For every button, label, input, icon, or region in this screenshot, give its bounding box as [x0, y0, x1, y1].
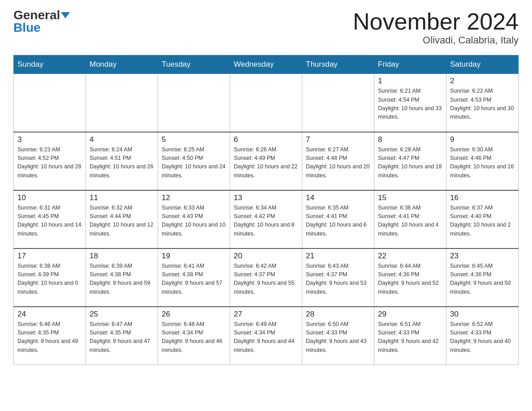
day-info: Sunrise: 6:44 AMSunset: 4:36 PMDaylight:… [378, 262, 442, 297]
calendar-week-row: 1Sunrise: 6:21 AMSunset: 4:54 PMDaylight… [14, 74, 519, 132]
table-row: 24Sunrise: 6:46 AMSunset: 4:35 PMDayligh… [14, 307, 86, 365]
day-number: 16 [450, 193, 515, 202]
location: Olivadi, Calabria, Italy [353, 34, 519, 46]
day-number: 9 [450, 135, 515, 144]
day-info: Sunrise: 6:21 AMSunset: 4:54 PMDaylight:… [378, 87, 442, 122]
table-row: 5Sunrise: 6:25 AMSunset: 4:50 PMDaylight… [158, 132, 230, 190]
page-header: General Blue November 2024 Olivadi, Cala… [13, 9, 519, 46]
calendar-header-row: Sunday Monday Tuesday Wednesday Thursday… [14, 56, 519, 74]
day-number: 30 [450, 310, 515, 319]
day-info: Sunrise: 6:48 AMSunset: 4:34 PMDaylight:… [162, 320, 226, 355]
table-row: 8Sunrise: 6:28 AMSunset: 4:47 PMDaylight… [374, 132, 446, 190]
table-row: 27Sunrise: 6:49 AMSunset: 4:34 PMDayligh… [230, 307, 302, 365]
day-info: Sunrise: 6:35 AMSunset: 4:41 PMDaylight:… [306, 204, 370, 239]
month-title: November 2024 [353, 9, 519, 34]
logo: General Blue [13, 9, 70, 34]
table-row: 19Sunrise: 6:41 AMSunset: 4:38 PMDayligh… [158, 248, 230, 307]
col-thursday: Thursday [302, 56, 374, 74]
table-row: 11Sunrise: 6:32 AMSunset: 4:44 PMDayligh… [86, 190, 158, 248]
col-tuesday: Tuesday [158, 56, 230, 74]
day-number: 7 [306, 135, 370, 144]
day-info: Sunrise: 6:46 AMSunset: 4:35 PMDaylight:… [17, 320, 82, 355]
day-number: 10 [17, 193, 82, 202]
day-number: 20 [234, 252, 298, 261]
day-number: 25 [90, 310, 154, 319]
table-row: 30Sunrise: 6:52 AMSunset: 4:33 PMDayligh… [446, 307, 519, 365]
table-row: 22Sunrise: 6:44 AMSunset: 4:36 PMDayligh… [374, 248, 446, 307]
day-number: 1 [378, 77, 442, 86]
day-info: Sunrise: 6:33 AMSunset: 4:43 PMDaylight:… [162, 204, 226, 239]
logo-triangle-icon [61, 12, 70, 18]
day-number: 13 [234, 193, 298, 202]
day-info: Sunrise: 6:34 AMSunset: 4:42 PMDaylight:… [234, 204, 298, 239]
table-row: 28Sunrise: 6:50 AMSunset: 4:33 PMDayligh… [302, 307, 374, 365]
day-number: 21 [306, 252, 370, 261]
day-info: Sunrise: 6:22 AMSunset: 4:53 PMDaylight:… [450, 87, 515, 122]
table-row: 18Sunrise: 6:39 AMSunset: 4:38 PMDayligh… [86, 248, 158, 307]
day-number: 11 [90, 193, 154, 202]
table-row [302, 74, 374, 132]
table-row: 21Sunrise: 6:43 AMSunset: 4:37 PMDayligh… [302, 248, 374, 307]
day-info: Sunrise: 6:25 AMSunset: 4:50 PMDaylight:… [162, 146, 226, 180]
day-number: 6 [234, 135, 298, 144]
table-row: 20Sunrise: 6:42 AMSunset: 4:37 PMDayligh… [230, 248, 302, 307]
table-row: 2Sunrise: 6:22 AMSunset: 4:53 PMDaylight… [446, 74, 519, 132]
day-number: 5 [162, 135, 226, 144]
day-info: Sunrise: 6:43 AMSunset: 4:37 PMDaylight:… [306, 262, 370, 297]
table-row: 10Sunrise: 6:31 AMSunset: 4:45 PMDayligh… [14, 190, 86, 248]
day-number: 28 [306, 310, 370, 319]
day-info: Sunrise: 6:24 AMSunset: 4:51 PMDaylight:… [90, 146, 154, 180]
day-number: 8 [378, 135, 442, 144]
table-row [86, 74, 158, 132]
logo-general-text: General [13, 9, 60, 21]
day-number: 18 [90, 252, 154, 261]
day-info: Sunrise: 6:50 AMSunset: 4:33 PMDaylight:… [306, 320, 370, 355]
table-row: 13Sunrise: 6:34 AMSunset: 4:42 PMDayligh… [230, 190, 302, 248]
day-info: Sunrise: 6:42 AMSunset: 4:37 PMDaylight:… [234, 262, 298, 297]
table-row: 25Sunrise: 6:47 AMSunset: 4:35 PMDayligh… [86, 307, 158, 365]
day-info: Sunrise: 6:41 AMSunset: 4:38 PMDaylight:… [162, 262, 226, 297]
day-number: 23 [450, 252, 515, 261]
calendar-table: Sunday Monday Tuesday Wednesday Thursday… [13, 55, 519, 365]
day-info: Sunrise: 6:47 AMSunset: 4:35 PMDaylight:… [90, 320, 154, 355]
table-row [230, 74, 302, 132]
table-row: 9Sunrise: 6:30 AMSunset: 4:46 PMDaylight… [446, 132, 519, 190]
table-row [158, 74, 230, 132]
col-wednesday: Wednesday [230, 56, 302, 74]
day-number: 12 [162, 193, 226, 202]
day-info: Sunrise: 6:49 AMSunset: 4:34 PMDaylight:… [234, 320, 298, 355]
table-row: 3Sunrise: 6:23 AMSunset: 4:52 PMDaylight… [14, 132, 86, 190]
day-info: Sunrise: 6:30 AMSunset: 4:46 PMDaylight:… [450, 146, 515, 180]
col-friday: Friday [374, 56, 446, 74]
day-info: Sunrise: 6:38 AMSunset: 4:39 PMDaylight:… [17, 262, 82, 297]
table-row: 6Sunrise: 6:26 AMSunset: 4:49 PMDaylight… [230, 132, 302, 190]
table-row: 23Sunrise: 6:45 AMSunset: 4:36 PMDayligh… [446, 248, 519, 307]
table-row: 4Sunrise: 6:24 AMSunset: 4:51 PMDaylight… [86, 132, 158, 190]
day-number: 3 [17, 135, 82, 144]
table-row: 14Sunrise: 6:35 AMSunset: 4:41 PMDayligh… [302, 190, 374, 248]
day-info: Sunrise: 6:45 AMSunset: 4:36 PMDaylight:… [450, 262, 515, 297]
table-row: 17Sunrise: 6:38 AMSunset: 4:39 PMDayligh… [14, 248, 86, 307]
day-number: 29 [378, 310, 442, 319]
calendar-week-row: 24Sunrise: 6:46 AMSunset: 4:35 PMDayligh… [14, 307, 519, 365]
day-number: 4 [90, 135, 154, 144]
day-number: 22 [378, 252, 442, 261]
day-number: 2 [450, 77, 515, 86]
day-info: Sunrise: 6:32 AMSunset: 4:44 PMDaylight:… [90, 204, 154, 239]
day-number: 26 [162, 310, 226, 319]
day-info: Sunrise: 6:51 AMSunset: 4:33 PMDaylight:… [378, 320, 442, 355]
table-row: 15Sunrise: 6:36 AMSunset: 4:41 PMDayligh… [374, 190, 446, 248]
day-info: Sunrise: 6:52 AMSunset: 4:33 PMDaylight:… [450, 320, 515, 355]
table-row [14, 74, 86, 132]
day-number: 15 [378, 193, 442, 202]
table-row: 16Sunrise: 6:37 AMSunset: 4:40 PMDayligh… [446, 190, 519, 248]
day-info: Sunrise: 6:28 AMSunset: 4:47 PMDaylight:… [378, 146, 442, 180]
table-row: 12Sunrise: 6:33 AMSunset: 4:43 PMDayligh… [158, 190, 230, 248]
table-row: 7Sunrise: 6:27 AMSunset: 4:48 PMDaylight… [302, 132, 374, 190]
col-sunday: Sunday [14, 56, 86, 74]
day-info: Sunrise: 6:31 AMSunset: 4:45 PMDaylight:… [17, 204, 82, 239]
day-number: 17 [17, 252, 82, 261]
day-info: Sunrise: 6:36 AMSunset: 4:41 PMDaylight:… [378, 204, 442, 239]
table-row: 29Sunrise: 6:51 AMSunset: 4:33 PMDayligh… [374, 307, 446, 365]
day-info: Sunrise: 6:23 AMSunset: 4:52 PMDaylight:… [17, 146, 82, 180]
